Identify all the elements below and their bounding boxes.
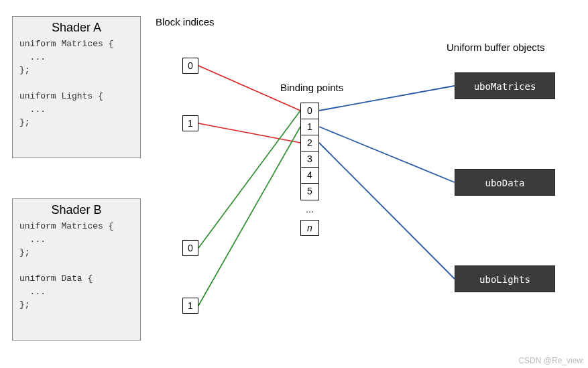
- bind-pt-3: 3: [301, 151, 318, 168]
- block-idx-a0: 0: [182, 58, 198, 74]
- block-indices-label: Block indices: [156, 16, 215, 27]
- svg-line-3: [198, 127, 300, 306]
- ubo-label: Uniform buffer objects: [447, 42, 544, 53]
- block-idx-b0: 0: [182, 240, 198, 256]
- svg-line-5: [319, 127, 455, 182]
- bind-pt-n: n: [300, 220, 319, 236]
- shader-b-box: Shader B uniform Matrices { ... }; unifo…: [12, 198, 141, 341]
- bind-pt-5: 5: [301, 184, 318, 200]
- bind-pt-dots: ...: [300, 204, 319, 214]
- watermark: CSDN @Re_view: [518, 356, 583, 365]
- bind-pt-4: 4: [301, 168, 318, 184]
- svg-line-6: [319, 143, 455, 279]
- block-idx-b1: 1: [182, 298, 198, 314]
- shader-b-title: Shader B: [13, 199, 140, 220]
- binding-points-label: Binding points: [280, 82, 343, 93]
- bind-pt-2: 2: [301, 135, 318, 151]
- shader-a-title: Shader A: [13, 17, 140, 38]
- bind-pt-1: 1: [301, 119, 318, 135]
- ubo-data: uboData: [455, 169, 555, 196]
- block-idx-a1: 1: [182, 115, 198, 131]
- shader-a-code: uniform Matrices { ... }; uniform Lights…: [13, 38, 140, 136]
- ubo-lights: uboLights: [455, 265, 555, 292]
- shader-a-box: Shader A uniform Matrices { ... }; unifo…: [12, 16, 141, 158]
- svg-line-1: [198, 123, 300, 143]
- ubo-matrices: uboMatrices: [455, 72, 555, 99]
- svg-line-2: [198, 111, 300, 248]
- shader-b-code: uniform Matrices { ... }; uniform Data {…: [13, 220, 140, 318]
- bind-pt-0: 0: [301, 103, 318, 119]
- binding-points-column: 0 1 2 3 4 5: [300, 103, 319, 200]
